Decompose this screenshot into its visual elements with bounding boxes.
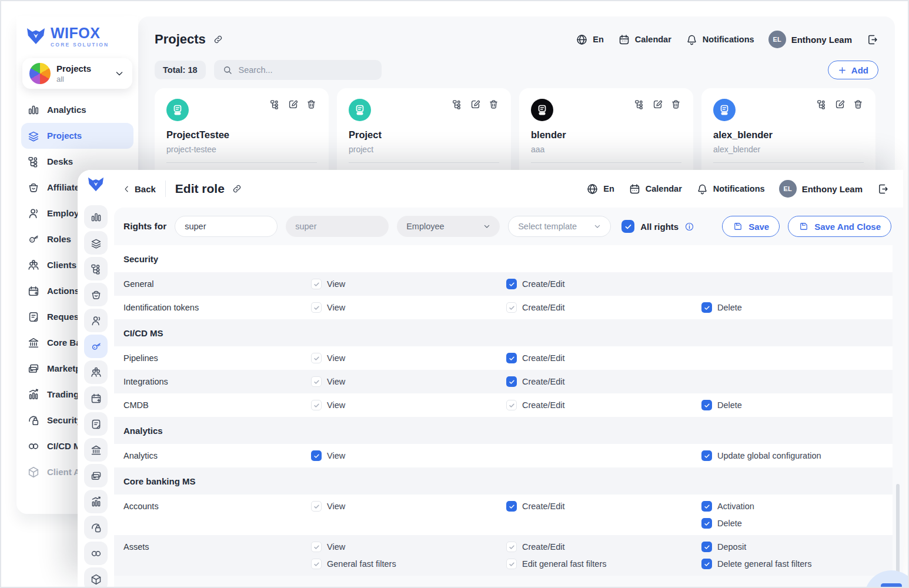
divider: [713, 162, 864, 163]
checkbox-checked[interactable]: [506, 376, 517, 387]
permission-item: General fast filters: [311, 559, 506, 569]
role-name-secondary-input[interactable]: [286, 216, 389, 237]
project-selector[interactable]: Projects all: [22, 58, 132, 89]
edit-icon[interactable]: [288, 99, 299, 110]
checkbox-muted-checked[interactable]: [311, 376, 322, 387]
edit-icon[interactable]: [834, 99, 845, 110]
template-select[interactable]: Select template: [508, 216, 611, 237]
logout-button[interactable]: [866, 34, 878, 46]
desks-icon[interactable]: [816, 99, 827, 110]
trash-icon[interactable]: [488, 99, 499, 110]
rail-item-trading[interactable]: [84, 490, 108, 513]
checkbox-checked[interactable]: [701, 559, 712, 569]
rail-item-requests[interactable]: [84, 412, 108, 436]
checkbox-muted-checked[interactable]: [311, 501, 322, 512]
calendar-button[interactable]: Calendar: [629, 183, 682, 195]
sidebar-item-projects[interactable]: Projects: [21, 123, 133, 149]
desks-icon[interactable]: [269, 99, 280, 110]
edit-icon[interactable]: [470, 99, 481, 110]
notifications-button[interactable]: Notifications: [696, 183, 765, 195]
permission-row: GeneralViewCreate/Edit: [114, 272, 893, 296]
checkbox-checked[interactable]: [701, 450, 712, 461]
sidebar-item-label: Clients: [47, 260, 76, 270]
checkbox-checked[interactable]: [506, 501, 517, 512]
clients-icon: [90, 366, 102, 379]
logout-button[interactable]: [877, 183, 889, 195]
edit-icon[interactable]: [652, 99, 663, 110]
section-header: Security: [114, 245, 893, 272]
checkbox-muted-checked[interactable]: [311, 353, 322, 363]
save-and-close-button[interactable]: Save And Close: [788, 216, 891, 237]
checkbox-checked[interactable]: [701, 501, 712, 512]
rail-item-roles[interactable]: [84, 335, 108, 358]
checkbox-muted-checked[interactable]: [506, 400, 517, 410]
affiliate-icon: [90, 289, 102, 301]
rail-item-analytics[interactable]: [84, 205, 108, 229]
trash-icon[interactable]: [306, 99, 317, 110]
permission-item: Create/Edit: [506, 501, 701, 512]
add-project-button[interactable]: Add: [828, 61, 878, 79]
permission-item: View: [311, 400, 506, 410]
project-title: Project: [349, 129, 499, 141]
rail-item-security[interactable]: [84, 516, 108, 539]
checkbox-muted-checked[interactable]: [506, 302, 517, 313]
sidebar-item-label: Actions: [47, 286, 79, 296]
trading-icon: [90, 496, 102, 508]
checkbox-checked[interactable]: [701, 542, 712, 552]
trash-icon[interactable]: [670, 99, 681, 110]
checkbox-muted-checked[interactable]: [311, 279, 322, 289]
rail-item-clients[interactable]: [84, 360, 108, 384]
desks-icon[interactable]: [634, 99, 645, 110]
desks-icon[interactable]: [452, 99, 463, 110]
trash-icon[interactable]: [853, 99, 864, 110]
role-type-select[interactable]: Employee: [397, 216, 500, 237]
checkbox-checked[interactable]: [701, 400, 712, 410]
sidebar-item-analytics[interactable]: Analytics: [21, 97, 133, 123]
copy-link-icon[interactable]: [232, 183, 242, 194]
user-menu[interactable]: ELEnthony Leam: [779, 180, 863, 198]
notifications-button[interactable]: Notifications: [686, 34, 754, 46]
wifox-fox-icon[interactable]: [87, 177, 105, 192]
language-switcher[interactable]: En: [576, 34, 604, 46]
rail-item-client-area[interactable]: [84, 567, 108, 587]
search-input[interactable]: Search...: [214, 60, 382, 80]
rail-item-actions[interactable]: [84, 386, 108, 410]
checkbox-muted-checked[interactable]: [311, 559, 322, 569]
copy-link-icon[interactable]: [213, 34, 223, 45]
clients-icon: [27, 259, 40, 272]
checkbox-checked[interactable]: [701, 302, 712, 313]
checkbox-muted-checked[interactable]: [506, 542, 517, 552]
checkbox-muted-checked[interactable]: [506, 559, 517, 569]
rail-item-marketplace[interactable]: [84, 464, 108, 487]
user-menu[interactable]: ELEnthony Leam: [768, 31, 852, 48]
rail-item-affiliate[interactable]: [84, 283, 108, 306]
projects-icon: [27, 129, 40, 142]
checkbox-muted-checked[interactable]: [311, 542, 322, 552]
rail-item-core-banking[interactable]: [84, 438, 108, 462]
language-switcher[interactable]: En: [586, 183, 614, 195]
calendar-button[interactable]: Calendar: [618, 34, 671, 46]
permission-item: Delete: [701, 302, 893, 313]
checkbox-checked[interactable]: [506, 279, 517, 289]
checkbox-muted-checked[interactable]: [311, 302, 322, 313]
rail-item-cicd[interactable]: [84, 542, 108, 565]
brand-logo[interactable]: WIFOX CORE SOLUTION: [16, 16, 138, 54]
edit-role-content: Rights for Employee Select template All …: [114, 208, 903, 587]
rail-item-employees[interactable]: [84, 309, 108, 332]
permission-item: View: [311, 302, 506, 313]
info-icon[interactable]: [684, 222, 694, 232]
role-name-input[interactable]: [175, 216, 278, 237]
client-area-icon: [90, 573, 102, 586]
checkbox-checked[interactable]: [311, 450, 322, 461]
checkbox-checked[interactable]: [701, 518, 712, 529]
rail-item-desks[interactable]: [84, 257, 108, 280]
permission-row-label: General: [114, 279, 311, 289]
permission-item: Delete: [701, 518, 893, 529]
rail-item-projects[interactable]: [84, 231, 108, 255]
back-button[interactable]: Back: [122, 184, 156, 194]
checkbox-checked[interactable]: [506, 353, 517, 363]
checkbox-muted-checked[interactable]: [311, 400, 322, 410]
save-button[interactable]: Save: [722, 216, 780, 237]
permission-item: Create/Edit: [506, 376, 701, 387]
all-rights-checkbox[interactable]: [621, 220, 634, 233]
